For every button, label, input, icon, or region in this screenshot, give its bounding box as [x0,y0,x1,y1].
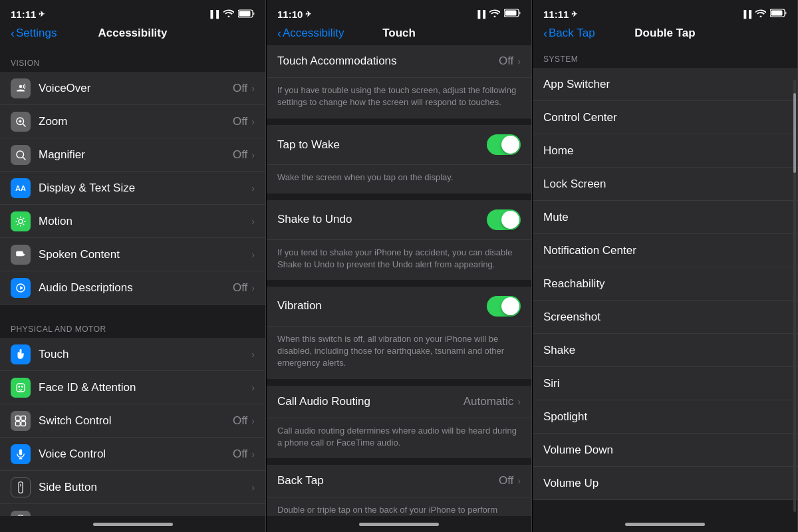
dt-item-lock-screen[interactable]: Lock Screen [533,168,797,201]
back-button-2[interactable]: ‹ Accessibility [277,27,344,41]
list-item-spoken-content[interactable]: Spoken Content › [0,238,265,271]
back-label-1[interactable]: Settings [16,27,57,40]
tap-to-wake-desc: Wake the screen when you tap on the disp… [267,165,531,193]
home-indicator-1 [0,516,265,532]
location-icon-1: ✈ [39,10,45,19]
svg-rect-1 [239,11,251,16]
side-button-chevron: › [251,482,255,493]
voice-control-value: Off [233,448,247,461]
list-item-motion[interactable]: Motion › [0,205,265,238]
dt-item-home[interactable]: Home [533,134,797,168]
list-item-voiceover[interactable]: VoiceOver Off › [0,72,265,105]
audio-desc-chevron: › [251,283,255,293]
scrollbar-thumb-3 [793,93,796,173]
back-button-1[interactable]: ‹ Settings [11,27,57,41]
audio-desc-label: Audio Descriptions [39,281,233,295]
switch-control-value: Off [233,414,247,428]
faceid-chevron: › [251,382,255,393]
scroll-area-3[interactable]: SYSTEM App Switcher Control Center Home … [533,45,797,516]
section-header-physical: PHYSICAL AND MOTOR [0,311,265,338]
status-icons-3: ▐▐ [741,9,787,19]
dt-item-control-center[interactable]: Control Center [533,101,797,134]
dt-item-mute[interactable]: Mute [533,201,797,234]
call-audio-chevron: › [517,396,521,407]
zoom-icon [11,112,31,132]
dt-label-spotlight: Spotlight [543,410,787,424]
list-item-magnifier[interactable]: Magnifier Off › [0,138,265,172]
dt-item-screenshot[interactable]: Screenshot [533,301,797,334]
dt-item-reachability[interactable]: Reachability [533,267,797,301]
dt-item-volume-down[interactable]: Volume Down [533,434,797,467]
dt-item-shake[interactable]: Shake [533,334,797,367]
list-item-zoom[interactable]: Zoom Off › [0,105,265,138]
list-item-touch[interactable]: Touch › [0,338,265,371]
touch-accommodations-chevron: › [517,56,521,66]
call-audio-row[interactable]: Call Audio Routing Automatic › [267,386,531,418]
back-button-3[interactable]: ‹ Back Tap [543,27,595,41]
back-label-2[interactable]: Accessibility [283,27,344,40]
nav-bar-1: ‹ Settings Accessibility [0,24,265,45]
magnifier-label: Magnifier [39,148,233,162]
dt-item-notification-center[interactable]: Notification Center [533,234,797,267]
tap-to-wake-section: Tap to Wake Wake the screen when you tap… [267,125,531,193]
home-indicator-3 [533,516,797,532]
back-tap-label: Back Tap [277,474,499,487]
list-item-voice-control[interactable]: Voice Control Off › [0,438,265,471]
home-bar-1 [93,523,173,526]
shake-to-undo-toggle[interactable] [487,209,521,230]
panel-accessibility: 11:11 ✈ ▐▐ ‹ Settings Accessibility VISI… [0,0,266,532]
back-label-3[interactable]: Back Tap [549,27,595,40]
nav-bar-3: ‹ Back Tap Double Tap [533,24,797,45]
dt-label-control-center: Control Center [543,111,787,124]
home-bar-3 [625,523,705,526]
dt-item-spotlight[interactable]: Spotlight [533,400,797,434]
back-tap-section: Back Tap Off › Double or triple tap on t… [267,465,531,516]
svg-point-14 [22,386,23,387]
svg-point-13 [19,386,20,387]
shake-to-undo-section: Shake to Undo If you tend to shake your … [267,200,531,280]
svg-rect-39 [785,12,787,15]
list-item-side-button[interactable]: Side Button › [0,471,265,504]
vibration-toggle[interactable] [487,296,521,317]
touch-accommodations-value: Off [499,55,513,68]
voice-control-label: Voice Control [39,448,233,461]
vibration-label: Vibration [277,299,487,313]
shake-to-undo-row[interactable]: Shake to Undo [267,200,531,240]
chevron-back-2: ‹ [277,27,281,41]
list-item-appletv-remote[interactable]: Apple TV Remote › [0,504,265,516]
vibration-row[interactable]: Vibration [267,287,531,327]
group-gap-1 [0,305,265,311]
list-item-faceid[interactable]: Face ID & Attention › [0,371,265,404]
status-bar-1: 11:11 ✈ ▐▐ [0,0,265,24]
wifi-icon-1 [223,9,234,19]
dt-item-app-switcher[interactable]: App Switcher [533,68,797,101]
list-item-display-text[interactable]: AA Display & Text Size › [0,172,265,205]
dt-label-notification-center: Notification Center [543,244,787,257]
tap-to-wake-toggle[interactable] [487,134,521,155]
dt-item-siri[interactable]: Siri [533,367,797,400]
dt-item-volume-up[interactable]: Volume Up [533,467,797,500]
list-item-switch-control[interactable]: Switch Control Off › [0,404,265,438]
nav-bar-2: ‹ Accessibility Touch [267,24,531,45]
call-audio-value: Automatic [464,395,514,408]
switch-control-icon [11,411,31,431]
svg-line-9 [23,157,25,160]
dt-section-header-accessibility: ACCESSIBILITY [533,507,797,516]
scrollbar-track-3 [793,80,796,512]
touch-label: Touch [39,348,251,361]
time-2: 11:10 ✈ [277,9,311,20]
display-text-icon: AA [11,178,31,198]
page-title-2: Touch [382,27,416,40]
svg-rect-20 [19,481,23,493]
scroll-area-1[interactable]: VISION VoiceOver Off › Zoom Off › Magnif… [0,45,265,516]
svg-rect-35 [505,11,517,16]
back-tap-row[interactable]: Back Tap Off › [267,465,531,497]
scroll-area-2[interactable]: Touch Accommodations Off › If you have t… [267,45,531,516]
back-tap-chevron: › [517,475,521,486]
tap-to-wake-row[interactable]: Tap to Wake [267,125,531,165]
list-item-audio-desc[interactable]: Audio Descriptions Off › [0,271,265,305]
touch-accommodations-row[interactable]: Touch Accommodations Off › [267,45,531,78]
vibration-desc: When this switch is off, all vibration o… [267,327,531,379]
touch-accommodations-desc: If you have trouble using the touch scre… [267,78,531,118]
touch-icon [11,344,31,364]
